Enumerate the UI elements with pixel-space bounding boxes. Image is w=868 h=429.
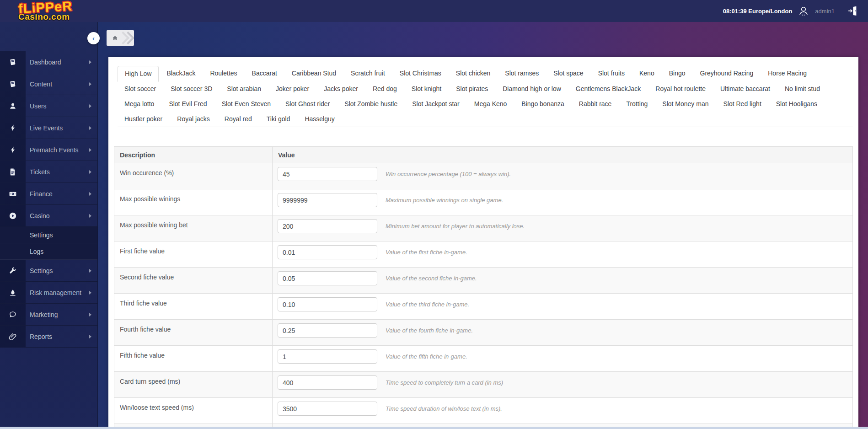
value-input[interactable] — [278, 349, 377, 364]
value-input[interactable] — [278, 193, 377, 207]
tab[interactable]: Slot Money man — [655, 97, 715, 112]
tab[interactable]: Slot space — [547, 66, 590, 81]
tab[interactable]: Mega lotto — [118, 97, 161, 112]
sidebar-subitem-settings[interactable]: Settings — [0, 227, 97, 243]
tab[interactable]: Ultimate baccarat — [713, 81, 777, 97]
chevron-right-icon — [89, 170, 91, 174]
sidebar-item-label: Finance — [26, 190, 89, 198]
tab[interactable]: Tiki gold — [260, 112, 297, 127]
column-header-description: Description — [114, 147, 273, 163]
topbar: fLiPPeR Casino.com 08:01:39 Europe/Londo… — [0, 0, 868, 22]
value-input[interactable] — [278, 271, 377, 285]
horizontal-scrollbar[interactable] — [0, 427, 868, 429]
tab[interactable]: Slot arabian — [220, 81, 268, 97]
tab[interactable]: High Low — [118, 66, 159, 82]
logout-door-icon[interactable] — [847, 5, 858, 16]
sidebar-item-icon — [0, 161, 26, 182]
logo[interactable]: fLiPPeR Casino.com — [18, 1, 72, 21]
sidebar-item-live-events[interactable]: Live Events — [0, 117, 97, 139]
tab[interactable]: Slot Red light — [717, 97, 768, 112]
tab[interactable]: Slot Evil Fred — [162, 97, 214, 112]
breadcrumb-home[interactable] — [107, 30, 134, 46]
sidebar-item-label: Prematch Events — [26, 146, 89, 154]
tab[interactable]: Diamond high or low — [496, 81, 568, 97]
sidebar-item-label: Tickets — [26, 168, 89, 176]
setting-label: Second fiche value — [114, 268, 273, 294]
tab[interactable]: Slot chicken — [449, 66, 497, 81]
sidebar-item-users[interactable]: Users — [0, 95, 97, 117]
tab[interactable]: Slot Even Steven — [215, 97, 278, 112]
tab[interactable]: Royal hot roulette — [648, 81, 713, 97]
tab[interactable]: BlackJack — [160, 66, 202, 81]
sidebar-item-label: Dashboard — [26, 59, 89, 66]
tab[interactable]: Joker poker — [269, 81, 316, 97]
tab[interactable]: Gentlemens BlackJack — [569, 81, 648, 97]
tab[interactable]: Red dog — [366, 81, 404, 97]
tab[interactable]: Jacks poker — [317, 81, 365, 97]
sidebar-item-content[interactable]: Content — [0, 73, 97, 95]
tab[interactable]: Scratch fruit — [344, 66, 392, 81]
tab[interactable]: Slot Ghost rider — [279, 97, 337, 112]
setting-label: Max possible wining bet — [114, 215, 273, 241]
tab[interactable]: Royal jacks — [170, 112, 217, 127]
tab[interactable]: Keno — [632, 66, 661, 81]
sidebar-item-label: Live Events — [26, 124, 89, 132]
table-header-row: Description Value — [114, 147, 853, 163]
setting-hint: Minimum bet amount for player to automat… — [386, 223, 525, 230]
tab[interactable]: Greyhound Racing — [693, 66, 761, 81]
tab[interactable]: Slot Jackpot star — [405, 97, 466, 112]
tab[interactable]: Roulettes — [203, 66, 244, 81]
value-input[interactable] — [278, 402, 377, 416]
tab[interactable]: Rabbit race — [572, 97, 619, 112]
tab[interactable]: Slot soccer — [118, 81, 163, 97]
back-button[interactable]: ‹ — [87, 32, 100, 44]
tab[interactable]: Slot fruits — [591, 66, 632, 81]
tab[interactable]: Slot Christmas — [393, 66, 448, 81]
tab[interactable]: Slot pirates — [449, 81, 495, 97]
sidebar-item-icon — [0, 139, 26, 161]
value-input[interactable] — [278, 219, 377, 233]
username[interactable]: admin1 — [815, 8, 835, 15]
tab[interactable]: No limit stud — [778, 81, 827, 97]
value-input[interactable] — [278, 375, 377, 390]
sidebar-item-icon — [0, 326, 26, 347]
sidebar-item-tickets[interactable]: Tickets — [0, 161, 97, 183]
tab[interactable]: Slot soccer 3D — [164, 81, 219, 97]
tab[interactable]: Baccarat — [245, 66, 284, 81]
tab[interactable]: Slot knight — [405, 81, 448, 97]
sidebar-item-prematch-events[interactable]: Prematch Events — [0, 139, 97, 161]
settings-table: Description Value Win occurence (%) Win … — [114, 146, 853, 429]
setting-hint: Value of the fourth fiche in-game. — [386, 327, 473, 334]
column-header-value: Value — [273, 147, 853, 163]
tab[interactable]: Caribbean Stud — [285, 66, 343, 81]
sidebar-item-reports[interactable]: Reports — [0, 326, 97, 348]
sidebar-item-dashboard[interactable]: Dashboard — [0, 51, 97, 73]
sidebar-item-casino[interactable]: Casino — [0, 205, 97, 227]
tab[interactable]: Hasselguy — [298, 112, 341, 127]
logo-line1: fLiPPeR — [18, 0, 73, 16]
sidebar-item-risk-management[interactable]: Risk management — [0, 282, 97, 304]
tab[interactable]: Bingo bonanza — [514, 97, 571, 112]
tab[interactable]: Slot Hooligans — [769, 97, 824, 112]
value-input[interactable] — [278, 167, 377, 181]
sidebar-item-settings[interactable]: Settings — [0, 260, 97, 282]
tab[interactable]: Slot ramses — [498, 66, 546, 81]
tab[interactable]: Bingo — [662, 66, 692, 81]
sidebar-item-finance[interactable]: Finance — [0, 183, 97, 205]
sidebar-subitem-logs[interactable]: Logs — [0, 243, 97, 260]
setting-hint: Value of the third fiche in-game. — [386, 301, 469, 308]
value-input[interactable] — [278, 323, 377, 338]
tab[interactable]: Slot Zombie hustle — [338, 97, 404, 112]
tab[interactable]: Royal red — [218, 112, 259, 127]
value-input[interactable] — [278, 245, 377, 259]
sidebar-item-label: Users — [26, 102, 89, 110]
chevron-right-icon — [89, 313, 91, 316]
chevron-right-icon — [89, 82, 91, 86]
tab[interactable]: Trotting — [619, 97, 654, 112]
sidebar-item-marketing[interactable]: Marketing — [0, 304, 97, 326]
tab[interactable]: Horse Racing — [761, 66, 814, 81]
chevron-right-icon — [89, 269, 91, 273]
tab[interactable]: Hustler poker — [118, 112, 169, 127]
tab[interactable]: Mega Keno — [467, 97, 514, 112]
value-input[interactable] — [278, 297, 377, 311]
